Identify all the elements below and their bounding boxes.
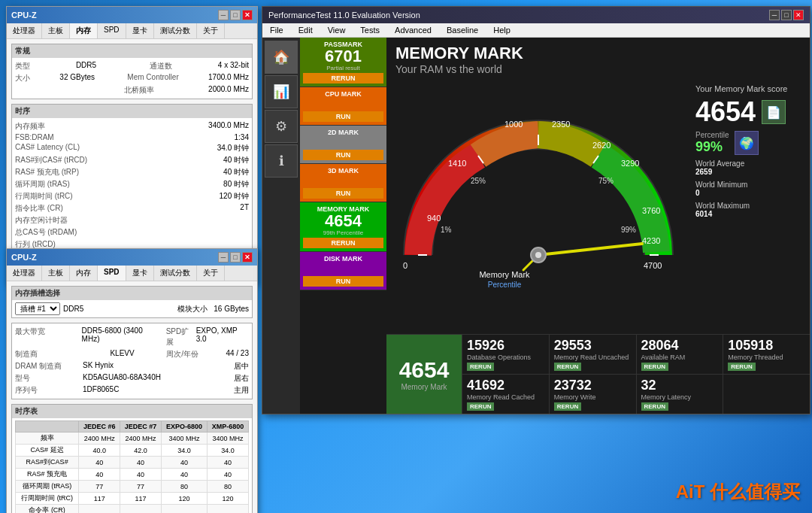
world-max-label: World Maximum: [695, 202, 750, 210]
menu-file[interactable]: File: [262, 23, 291, 37]
mm-chart-right: 0 940 1410 1000 2350 2620 3290 3760 4230…: [386, 78, 810, 334]
nav-about[interactable]: 关于: [197, 23, 225, 38]
cpumark-label: CPU MARK: [303, 90, 383, 98]
menu-edit[interactable]: Edit: [291, 23, 320, 37]
mem-read-cached-label: Memory Read Cached: [467, 393, 544, 401]
field-fsb: FSB:DRAM 1:34: [15, 132, 249, 142]
menu-advanced[interactable]: Advanced: [387, 23, 439, 37]
pt-titlebar: PerformanceTest 11.0 Evaluation Version …: [262, 7, 810, 23]
nav2-scores[interactable]: 测试分数: [154, 266, 197, 281]
mem-threaded-rerun[interactable]: RERUN: [728, 363, 755, 371]
sidebar-info[interactable]: ℹ: [265, 144, 298, 178]
mem-latency-rerun[interactable]: RERUN: [641, 402, 668, 411]
avail-ram-value: 28064: [641, 338, 719, 354]
field-idle: 内存空闲计时器: [15, 214, 249, 226]
menu-tests[interactable]: Tests: [353, 23, 387, 37]
nav2-spd[interactable]: SPD: [98, 266, 126, 281]
world-min-label: World Minimum: [695, 181, 747, 189]
avail-ram-rerun[interactable]: RERUN: [641, 363, 668, 371]
cpuz2-content: 内存插槽选择 插槽 #1 插槽 #2 DDR5 模块大小 16 GBytes 最…: [7, 281, 257, 513]
nav2-about[interactable]: 关于: [197, 266, 225, 281]
svg-text:Percentile: Percentile: [487, 281, 521, 289]
pt-maximize-btn[interactable]: □: [781, 10, 792, 20]
menu-help[interactable]: Help: [486, 23, 518, 37]
sidebar-chart[interactable]: 📊: [265, 75, 298, 108]
percentile-value: 99%: [695, 139, 729, 155]
nav-scores[interactable]: 测试分数: [154, 23, 197, 38]
mem-read-cached-rerun[interactable]: RERUN: [467, 402, 494, 411]
pt-window: PerformanceTest 11.0 Evaluation Version …: [262, 6, 810, 414]
field-trcd: RAS#到CAS# (tRCD) 40 时钟: [15, 154, 249, 166]
score-doc-icon: 📄: [762, 100, 786, 124]
nav2-processor[interactable]: 处理器: [7, 266, 42, 281]
slot-title: 内存插槽选择: [12, 287, 252, 300]
mem-read-uncached-rerun[interactable]: RERUN: [554, 363, 581, 371]
maximize-btn-1[interactable]: □: [230, 10, 241, 20]
memmark-sub: 99th Percentile: [303, 229, 383, 236]
svg-text:4230: 4230: [642, 236, 660, 245]
menu-baseline[interactable]: Baseline: [439, 23, 486, 37]
mm-score-label: Your Memory Mark score: [695, 84, 804, 93]
field-bandwidth: 最大带宽 DDR5-6800 (3400 MHz) SPD扩展 EXPO, XM…: [15, 326, 249, 348]
slot-body: 插槽 #1 插槽 #2 DDR5 模块大小 16 GBytes: [12, 300, 252, 317]
d3mark-run[interactable]: RUN: [303, 188, 383, 199]
passmark-rerun[interactable]: RERUN: [303, 73, 383, 83]
slot-section: 内存插槽选择 插槽 #1 插槽 #2 DDR5 模块大小 16 GBytes: [11, 286, 253, 318]
memmark-value: 4654: [303, 213, 383, 229]
pt-close-btn[interactable]: ✕: [793, 10, 804, 20]
world-avg-value: 2659: [695, 168, 712, 176]
diskmark-run[interactable]: RUN: [303, 276, 383, 287]
field-dram-mfg: DRAM 制造商 SK Hynix 居中: [15, 360, 249, 372]
nav-processor[interactable]: 处理器: [7, 23, 42, 38]
svg-text:1000: 1000: [504, 120, 523, 129]
cpuz1-titlebar: CPU-Z ─ □ ✕: [7, 7, 257, 23]
mem-write-cell: 23732 Memory Write RERUN: [549, 374, 636, 414]
cpuz-window-2: CPU-Z ─ □ ✕ 处理器 主板 内存 SPD 显卡 测试分数 关于 内存插…: [6, 248, 258, 513]
nav-spd[interactable]: SPD: [98, 23, 126, 38]
world-min-value: 0: [695, 189, 700, 197]
cpuz2-titlebar: CPU-Z ─ □ ✕: [7, 249, 257, 266]
mem-read-cached-cell: 41692 Memory Read Cached RERUN: [462, 374, 549, 414]
nav-motherboard[interactable]: 主板: [42, 23, 70, 38]
mm-subtitle: Your RAM vs the world: [395, 63, 801, 75]
memmark-block: MEMORY MARK 4654 99th Percentile RERUN: [300, 202, 386, 252]
svg-text:4700: 4700: [644, 261, 662, 270]
main-score-number: 4654: [399, 357, 450, 383]
cpuz1-title: CPU-Z: [11, 11, 37, 20]
pt-minimize-btn[interactable]: ─: [769, 10, 780, 20]
nav2-gpu[interactable]: 显卡: [126, 266, 154, 281]
mem-write-rerun[interactable]: RERUN: [554, 402, 581, 411]
cpuz1-nav: 处理器 主板 内存 SPD 显卡 测试分数 关于: [7, 23, 257, 39]
svg-line-19: [538, 244, 642, 255]
field-cr: 指令比率 (CR) 2T: [15, 202, 249, 214]
db-ops-cell: 15926 Database Operations RERUN: [462, 335, 549, 374]
bottom-scores-grid: 4654 Memory Mark 15926 Database Operatio…: [386, 334, 810, 414]
field-northbridge: 北桥频率 2000.0 MHz: [15, 84, 249, 96]
close-btn-1[interactable]: ✕: [242, 10, 253, 20]
maximize-btn-2[interactable]: □: [230, 252, 241, 263]
d2mark-run[interactable]: RUN: [303, 150, 383, 160]
menu-view[interactable]: View: [320, 23, 353, 37]
cpumark-run[interactable]: RUN: [303, 111, 383, 122]
nav2-memory[interactable]: 内存: [70, 266, 98, 281]
nav-memory[interactable]: 内存: [70, 23, 98, 38]
gauge-svg: 0 940 1410 1000 2350 2620 3290 3760 4230…: [388, 105, 689, 308]
minimize-btn-1[interactable]: ─: [218, 10, 229, 20]
svg-text:3290: 3290: [621, 159, 639, 168]
sidebar-home[interactable]: 🏠: [265, 41, 298, 74]
svg-text:Memory Mark: Memory Mark: [479, 270, 530, 279]
close-btn-2[interactable]: ✕: [242, 252, 253, 263]
mem-write-label: Memory Write: [554, 393, 632, 401]
minimize-btn-2[interactable]: ─: [218, 252, 229, 263]
field-rdram: 总CAS号 (tRDAM): [15, 226, 249, 238]
mem-read-cached-value: 41692: [467, 378, 544, 393]
nav-gpu[interactable]: 显卡: [126, 23, 154, 38]
table-row: 循环周期 (tRAS)77778080: [16, 481, 249, 493]
nav2-motherboard[interactable]: 主板: [42, 266, 70, 281]
db-ops-rerun[interactable]: RERUN: [467, 363, 494, 371]
window-controls-2: ─ □ ✕: [218, 252, 253, 263]
memmark-rerun[interactable]: RERUN: [303, 238, 383, 248]
sidebar-settings[interactable]: ⚙: [265, 110, 298, 143]
mm-gauge-area: 0 940 1410 1000 2350 2620 3290 3760 4230…: [386, 78, 689, 334]
slot-select[interactable]: 插槽 #1 插槽 #2: [15, 302, 60, 315]
